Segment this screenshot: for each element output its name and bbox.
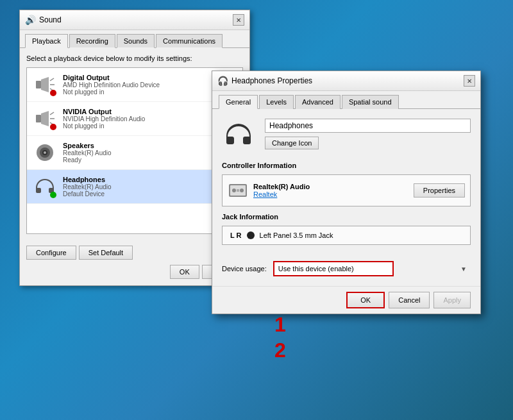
svg-point-13 bbox=[44, 151, 46, 154]
nvidia-output-sub1: NVIDIA High Definition Audio bbox=[63, 115, 236, 122]
props-tab-bar: General Levels Advanced Spatial sound bbox=[212, 91, 480, 109]
controller-properties-button[interactable]: Properties bbox=[414, 183, 465, 197]
props-cancel-button[interactable]: Cancel bbox=[389, 292, 430, 308]
nvidia-output-status bbox=[50, 124, 56, 130]
props-title-icon: 🎧 bbox=[217, 76, 228, 86]
props-dialog-titlebar: 🎧 Headphones Properties ✕ bbox=[212, 71, 480, 91]
device-usage-select[interactable]: Use this device (enable) Do not use this… bbox=[273, 261, 394, 276]
annotation-step-2: 2 bbox=[274, 339, 286, 362]
tab-recording[interactable]: Recording bbox=[69, 34, 115, 48]
props-dialog-title: Headphones Properties bbox=[231, 76, 312, 85]
sound-close-button[interactable]: ✕ bbox=[233, 14, 244, 26]
props-tab-spatial-sound[interactable]: Spatial sound bbox=[342, 95, 399, 109]
configure-button[interactable]: Configure bbox=[26, 246, 76, 260]
props-content: Change Icon Controller Information Realt… bbox=[212, 109, 480, 255]
device-usage-label: Device usage: bbox=[222, 265, 267, 273]
tab-sounds[interactable]: Sounds bbox=[117, 34, 155, 48]
device-item-headphones[interactable]: Headphones Realtek(R) Audio Default Devi… bbox=[27, 170, 242, 204]
change-icon-button[interactable]: Change Icon bbox=[265, 137, 319, 149]
digital-output-icon bbox=[33, 73, 56, 96]
headphones-big-icon bbox=[222, 119, 255, 152]
svg-rect-5 bbox=[36, 115, 41, 122]
device-item-digital-output[interactable]: Digital Output AMD High Definition Audio… bbox=[27, 68, 242, 102]
props-tab-levels[interactable]: Levels bbox=[259, 95, 294, 109]
svg-line-2 bbox=[50, 78, 54, 81]
tab-communications[interactable]: Communications bbox=[156, 34, 223, 48]
jack-box: L R Left Panel 3.5 mm Jack bbox=[222, 226, 471, 245]
tab-playback[interactable]: Playback bbox=[25, 34, 68, 48]
speakers-icon bbox=[33, 141, 56, 164]
device-list[interactable]: Digital Output AMD High Definition Audio… bbox=[26, 67, 243, 234]
jack-section-label: Jack Information bbox=[222, 213, 471, 221]
props-tab-general[interactable]: General bbox=[219, 95, 258, 109]
sound-dialog-titlebar: 🔊 Sound ✕ bbox=[20, 10, 249, 30]
digital-output-sub2: Not plugged in bbox=[63, 88, 236, 96]
device-item-speakers[interactable]: Speakers Realtek(R) Audio Ready bbox=[27, 136, 242, 170]
speakers-sub2: Ready bbox=[63, 156, 236, 164]
jack-description: Left Panel 3.5 mm Jack bbox=[260, 231, 333, 239]
set-default-button[interactable]: Set Default bbox=[79, 246, 133, 260]
props-dialog-buttons: OK Cancel Apply bbox=[212, 286, 480, 314]
sound-title-icon: 🔊 bbox=[25, 15, 35, 25]
digital-output-name: Digital Output bbox=[63, 74, 236, 81]
svg-point-17 bbox=[240, 189, 244, 192]
speakers-sub1: Realtek(R) Audio bbox=[63, 149, 236, 156]
nvidia-output-icon bbox=[33, 107, 56, 130]
svg-rect-18 bbox=[237, 189, 239, 192]
svg-rect-0 bbox=[36, 81, 41, 88]
props-apply-button[interactable]: Apply bbox=[433, 292, 471, 308]
jack-lr-label: L R bbox=[230, 231, 242, 239]
sound-ok-button[interactable]: OK bbox=[170, 265, 199, 279]
speakers-name: Speakers bbox=[63, 142, 236, 149]
device-usage-row: Device usage: Use this device (enable) D… bbox=[212, 255, 480, 286]
device-name-input[interactable] bbox=[265, 119, 471, 133]
device-header: Change Icon bbox=[222, 119, 471, 152]
sound-tab-bar: Playback Recording Sounds Communications bbox=[20, 30, 249, 48]
nvidia-output-sub2: Not plugged in bbox=[63, 122, 236, 130]
jack-section: Jack Information L R Left Panel 3.5 mm J… bbox=[222, 213, 471, 245]
digital-output-sub1: AMD High Definition Audio Device bbox=[63, 81, 236, 88]
playback-instruction: Select a playback device below to modify… bbox=[26, 55, 243, 62]
annotation-step-1: 1 bbox=[274, 313, 286, 337]
props-ok-button[interactable]: OK bbox=[346, 292, 385, 308]
props-close-button[interactable]: ✕ bbox=[464, 75, 475, 87]
headphones-list-sub1: Realtek(R) Audio bbox=[63, 183, 236, 190]
device-item-nvidia-output[interactable]: NVIDIA Output NVIDIA High Definition Aud… bbox=[27, 102, 242, 136]
controller-box: Realtek(R) Audio Realtek Properties bbox=[222, 174, 471, 206]
svg-marker-6 bbox=[41, 111, 49, 126]
sound-dialog-title: Sound bbox=[39, 15, 62, 24]
controller-section-label: Controller Information bbox=[222, 162, 471, 169]
headphones-list-icon bbox=[33, 175, 56, 198]
select-arrow-icon: ▼ bbox=[460, 265, 467, 273]
controller-link[interactable]: Realtek bbox=[253, 190, 310, 198]
headphones-list-sub2: Default Device bbox=[63, 190, 236, 197]
nvidia-output-name: NVIDIA Output bbox=[63, 108, 236, 115]
headphones-list-name: Headphones bbox=[63, 176, 236, 183]
props-dialog: 🎧 Headphones Properties ✕ General Levels… bbox=[212, 71, 481, 314]
svg-line-7 bbox=[50, 112, 54, 115]
jack-dot bbox=[247, 231, 255, 239]
props-tab-advanced[interactable]: Advanced bbox=[295, 95, 341, 109]
digital-output-status bbox=[50, 90, 56, 96]
controller-name: Realtek(R) Audio bbox=[253, 183, 310, 190]
controller-icon bbox=[228, 180, 248, 201]
svg-point-16 bbox=[232, 189, 236, 192]
headphones-list-status bbox=[50, 192, 56, 198]
svg-marker-1 bbox=[41, 77, 49, 92]
